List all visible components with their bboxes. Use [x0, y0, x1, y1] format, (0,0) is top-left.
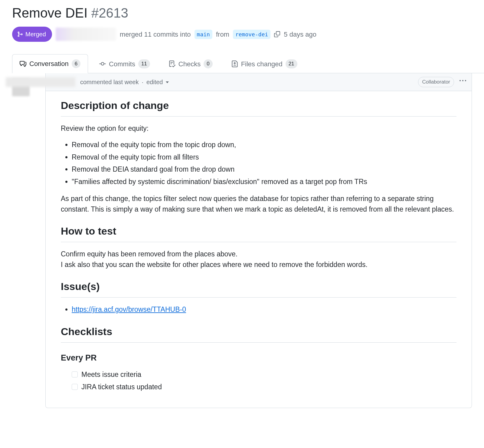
list-item: Removal of the equity topic from all fil…	[72, 152, 456, 163]
comment-header: commented last week · edited Collaborato…	[46, 73, 472, 91]
tab-count: 11	[138, 59, 150, 68]
list-item: https://jira.acf.gov/browse/TTAHUB-0	[72, 304, 456, 315]
state-badge-merged: Merged	[12, 27, 52, 42]
copy-branch-button[interactable]	[274, 31, 280, 37]
avatar-column	[12, 73, 45, 408]
role-badge: Collaborator	[418, 77, 454, 87]
checklist-label: JIRA ticket status updated	[81, 382, 162, 392]
merge-icon	[17, 31, 23, 37]
comment-body: Description of change Review the option …	[46, 91, 472, 408]
every-pr-checklist: Meets issue criteria JIRA ticket status …	[61, 369, 456, 392]
pr-title: Remove DEI #2613	[12, 3, 484, 23]
git-commit-icon	[99, 61, 106, 67]
issues-list: https://jira.acf.gov/browse/TTAHUB-0	[61, 304, 456, 315]
description-heading: Description of change	[61, 98, 456, 117]
checklist-item: Meets issue criteria	[72, 369, 456, 380]
commenter-name-redacted	[6, 77, 75, 87]
merge-meta-mid: from	[216, 29, 229, 39]
merge-meta-prefix: merged 11 commits into	[120, 29, 191, 39]
tab-commits[interactable]: Commits 11	[92, 54, 158, 73]
pr-title-text: Remove DEI	[12, 5, 87, 20]
comment-discussion-icon	[20, 61, 26, 67]
merge-timestamp: 5 days ago	[284, 29, 316, 39]
description-bullets: Removal of the equity topic from the top…	[61, 140, 456, 187]
every-pr-heading: Every PR	[61, 352, 456, 364]
tab-label: Commits	[109, 59, 135, 69]
pr-number: #2613	[91, 5, 128, 20]
comment-box: commented last week · edited Collaborato…	[45, 73, 472, 408]
kebab-icon	[459, 77, 466, 84]
description-paragraph: As part of this change, the topics filte…	[61, 193, 456, 214]
base-branch[interactable]: main	[195, 30, 212, 39]
discussion-thread: commented last week · edited Collaborato…	[12, 73, 484, 408]
tab-label: Conversation	[29, 59, 69, 69]
checkbox-unchecked[interactable]	[72, 371, 78, 377]
checklist-item: JIRA ticket status updated	[72, 382, 456, 392]
tab-checks[interactable]: Checks 0	[161, 54, 220, 73]
pr-subheader: Merged merged 11 commits into main from …	[12, 27, 484, 42]
list-item: Removal the DEIA standard goal from the …	[72, 164, 456, 175]
copy-icon	[274, 31, 280, 37]
checkbox-unchecked[interactable]	[72, 384, 78, 390]
timeline-column: commented last week · edited Collaborato…	[45, 73, 484, 408]
tab-count: 21	[286, 59, 297, 68]
issue-link[interactable]: https://jira.acf.gov/browse/TTAHUB-0	[72, 305, 186, 313]
meta-separator: ·	[142, 77, 143, 87]
comment-actions-menu[interactable]	[459, 77, 466, 87]
pr-tabs: Conversation 6 Commits 11 Checks 0 Files…	[12, 54, 484, 73]
tab-count: 6	[72, 59, 80, 68]
how-to-test-heading: How to test	[61, 223, 456, 242]
checklist-label: Meets issue criteria	[81, 369, 141, 380]
tab-files-changed[interactable]: Files changed 21	[224, 54, 305, 73]
issues-heading: Issue(s)	[61, 279, 456, 298]
head-branch[interactable]: remove-dei	[233, 30, 270, 39]
chevron-down-icon	[166, 81, 169, 83]
description-intro: Review the option for equity:	[61, 123, 456, 134]
tab-conversation[interactable]: Conversation 6	[12, 54, 88, 73]
edited-indicator[interactable]: edited	[146, 77, 169, 87]
tab-label: Checks	[178, 59, 201, 69]
list-item: "Families affected by systemic discrimin…	[72, 176, 456, 187]
comment-timestamp: commented last week	[80, 77, 139, 87]
list-item: Removal of the equity topic from the top…	[72, 140, 456, 150]
pr-header: Remove DEI #2613 Merged merged 11 commit…	[12, 0, 484, 45]
checklist-icon	[169, 61, 175, 67]
tab-count: 0	[204, 59, 212, 68]
test-instructions: Confirm equity has been removed from the…	[61, 249, 456, 270]
state-badge-label: Merged	[25, 30, 46, 39]
author-avatar-redacted	[56, 28, 116, 41]
file-diff-icon	[231, 61, 238, 67]
tab-label: Files changed	[241, 59, 283, 69]
checklists-heading: Checklists	[61, 324, 456, 343]
